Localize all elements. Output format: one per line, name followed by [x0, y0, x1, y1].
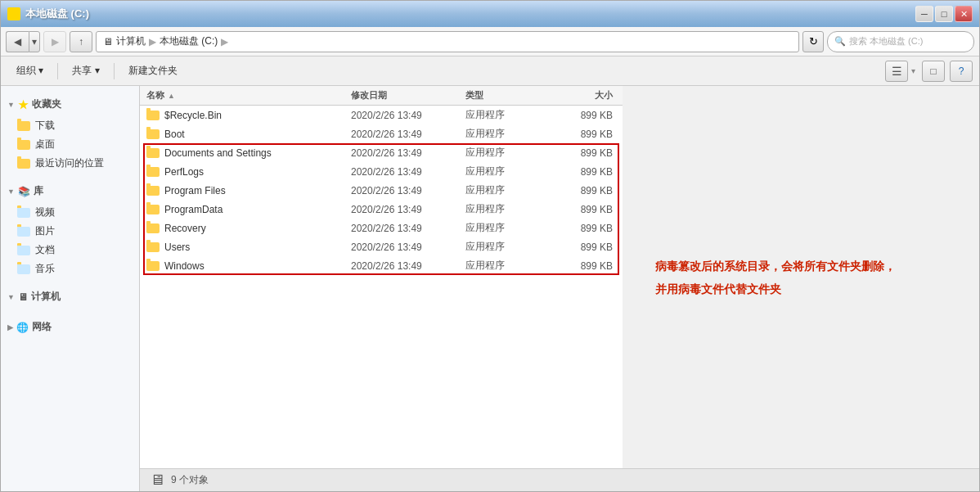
back-button[interactable]: ◀: [6, 31, 29, 52]
toolbar-sep1: [57, 63, 58, 79]
view-toggle-button[interactable]: ☰: [885, 61, 908, 82]
preview-button[interactable]: □: [922, 61, 945, 82]
file-name-cell: Windows: [146, 260, 351, 272]
network-icon: 🌐: [16, 322, 29, 333]
file-name-cell: Program Files: [146, 185, 351, 196]
breadcrumb-computer[interactable]: 计算机: [116, 34, 146, 48]
network-triangle: ▶: [7, 323, 13, 332]
favorites-section: ▼ ★ 收藏夹 下载 桌面 最近访问的位置: [1, 93, 139, 173]
sidebar-label-recent: 最近访问的位置: [35, 156, 104, 170]
header-name[interactable]: 名称 ▲: [146, 89, 351, 102]
file-list: $Recycle.Bin 2020/2/26 13:49 应用程序 899 KB…: [140, 106, 623, 468]
folder-icon-video: [17, 208, 30, 218]
title-bar: 本地磁盘 (C:) ─ □ ✕: [1, 1, 979, 27]
folder-icon-desktop: [17, 140, 30, 150]
folder-icon: [146, 223, 160, 233]
table-row[interactable]: Users 2020/2/26 13:49 应用程序 899 KB: [140, 237, 623, 256]
file-size-cell: 899 KB: [547, 147, 613, 159]
file-size-cell: 899 KB: [547, 223, 613, 234]
network-label: 网络: [32, 320, 52, 334]
file-size-cell: 899 KB: [547, 185, 613, 196]
up-button[interactable]: ↑: [70, 31, 92, 52]
library-header[interactable]: ▼ 📚 库: [1, 179, 139, 203]
header-type-label: 类型: [465, 90, 483, 100]
header-date-label: 修改日期: [351, 90, 387, 100]
file-date-cell: 2020/2/26 13:49: [351, 260, 465, 272]
help-button[interactable]: ?: [950, 61, 973, 82]
library-label: 库: [34, 184, 43, 198]
breadcrumb-drive[interactable]: 本地磁盘 (C:): [160, 34, 218, 48]
new-folder-button[interactable]: 新建文件夹: [119, 60, 187, 83]
header-date[interactable]: 修改日期: [351, 89, 465, 102]
minimize-button[interactable]: ─: [915, 6, 933, 22]
breadcrumb-sep1: ▶: [149, 36, 156, 47]
file-type-cell: 应用程序: [465, 127, 547, 141]
sidebar-item-video[interactable]: 视频: [1, 203, 139, 222]
computer-header[interactable]: ▼ 🖥 计算机: [1, 285, 139, 309]
folder-icon: [146, 261, 160, 271]
table-row[interactable]: Recovery 2020/2/26 13:49 应用程序 899 KB: [140, 219, 623, 237]
sidebar: ▼ ★ 收藏夹 下载 桌面 最近访问的位置: [1, 86, 140, 491]
header-name-label: 名称: [146, 89, 164, 102]
table-row[interactable]: Documents and Settings 2020/2/26 13:49 应…: [140, 143, 623, 162]
maximize-button[interactable]: □: [935, 6, 953, 22]
header-size[interactable]: 大小: [547, 89, 613, 102]
table-row[interactable]: PerfLogs 2020/2/26 13:49 应用程序 899 KB: [140, 162, 623, 181]
sidebar-label-downloads: 下载: [35, 119, 55, 133]
refresh-button[interactable]: ↻: [802, 31, 824, 52]
folder-icon: [146, 186, 160, 196]
sidebar-label-music: 音乐: [35, 262, 55, 276]
sidebar-item-documents[interactable]: 文档: [1, 241, 139, 260]
table-row[interactable]: Program Files 2020/2/26 13:49 应用程序 899 K…: [140, 181, 623, 200]
sidebar-item-downloads[interactable]: 下载: [1, 116, 139, 135]
file-name-text: Boot: [164, 129, 185, 140]
favorites-triangle: ▼: [7, 101, 15, 109]
close-button[interactable]: ✕: [955, 6, 973, 22]
computer-triangle: ▼: [7, 293, 15, 301]
file-type-cell: 应用程序: [465, 108, 547, 122]
view-dropdown-icon[interactable]: ▾: [910, 66, 917, 75]
file-table-header: 名称 ▲ 修改日期 类型 大小: [140, 86, 623, 106]
sidebar-label-documents: 文档: [35, 243, 55, 257]
sidebar-item-desktop[interactable]: 桌面: [1, 135, 139, 154]
share-button[interactable]: 共享 ▾: [63, 60, 108, 83]
folder-icon: [146, 242, 160, 252]
folder-icon: [146, 129, 160, 139]
sidebar-item-recent[interactable]: 最近访问的位置: [1, 154, 139, 173]
window-title: 本地磁盘 (C:): [25, 7, 89, 21]
table-row[interactable]: Windows 2020/2/26 13:49 应用程序 899 KB: [140, 256, 623, 275]
favorites-header[interactable]: ▼ ★ 收藏夹: [1, 93, 139, 116]
breadcrumb-bar[interactable]: 🖥 计算机 ▶ 本地磁盘 (C:) ▶: [96, 31, 799, 52]
file-area: 名称 ▲ 修改日期 类型 大小: [140, 86, 623, 468]
table-row[interactable]: Boot 2020/2/26 13:49 应用程序 899 KB: [140, 124, 623, 143]
file-name-cell: Documents and Settings: [146, 147, 351, 159]
organize-button[interactable]: 组织 ▾: [7, 60, 52, 83]
title-bar-buttons: ─ □ ✕: [915, 6, 973, 22]
file-date-cell: 2020/2/26 13:49: [351, 166, 465, 178]
sidebar-item-pictures[interactable]: 图片: [1, 222, 139, 241]
back-dropdown[interactable]: ▾: [29, 31, 40, 52]
sort-arrow: ▲: [168, 92, 175, 100]
favorites-label: 收藏夹: [32, 97, 61, 111]
search-placeholder: 搜索 本地磁盘 (C:): [849, 35, 923, 47]
file-size-cell: 899 KB: [547, 129, 613, 140]
view-buttons: ☰ ▾ □ ?: [885, 61, 973, 82]
sidebar-item-music[interactable]: 音乐: [1, 260, 139, 278]
file-type-cell: 应用程序: [465, 259, 547, 273]
file-size-cell: 899 KB: [547, 110, 613, 121]
file-name-text: Documents and Settings: [164, 147, 272, 159]
library-section: ▼ 📚 库 视频 图片 文档 音乐: [1, 179, 139, 278]
table-row[interactable]: ProgramData 2020/2/26 13:49 应用程序 899 KB: [140, 200, 623, 219]
computer-label: 计算机: [31, 290, 61, 304]
sidebar-label-pictures: 图片: [35, 224, 55, 238]
table-row[interactable]: $Recycle.Bin 2020/2/26 13:49 应用程序 899 KB: [140, 106, 623, 124]
file-size-cell: 899 KB: [547, 204, 613, 215]
forward-button[interactable]: ▶: [43, 31, 66, 52]
file-date-cell: 2020/2/26 13:49: [351, 129, 465, 140]
network-header[interactable]: ▶ 🌐 网络: [1, 315, 139, 339]
header-type[interactable]: 类型: [465, 89, 547, 102]
toolbar: 组织 ▾ 共享 ▾ 新建文件夹 ☰ ▾ □ ?: [1, 56, 979, 86]
file-name-cell: PerfLogs: [146, 166, 351, 178]
search-bar[interactable]: 🔍 搜索 本地磁盘 (C:): [827, 31, 974, 52]
file-and-annotation: 名称 ▲ 修改日期 类型 大小: [140, 86, 979, 468]
